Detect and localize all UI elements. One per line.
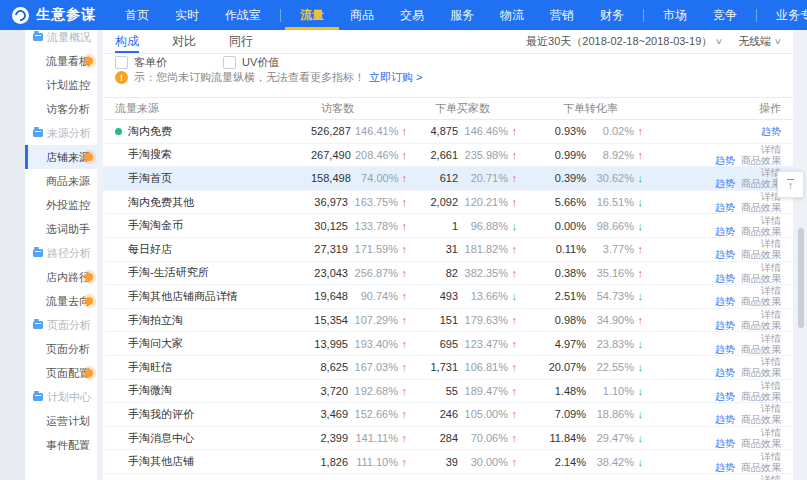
sidebar-menu: 流量概况 流量看板 计划监控 访客分析: [25, 30, 97, 457]
sidebar-item[interactable]: 事件配置: [25, 433, 97, 457]
nav-item[interactable]: [280, 9, 281, 22]
detail-link[interactable]: 详情: [761, 333, 781, 344]
trend-link[interactable]: 趋势: [715, 391, 735, 402]
nav-item[interactable]: 首页: [112, 0, 162, 30]
detail-link[interactable]: 详情: [761, 262, 781, 273]
nav-item[interactable]: [756, 9, 757, 22]
product-effect-link[interactable]: 商品效果: [741, 249, 781, 260]
nav-item[interactable]: 市场: [650, 0, 700, 30]
tab[interactable]: 对比: [172, 30, 196, 53]
conversion-cell: 7.09% 18.86% ↓: [517, 408, 643, 420]
detail-link[interactable]: 详情: [761, 380, 781, 391]
product-effect-link[interactable]: 商品效果: [741, 296, 781, 307]
tab[interactable]: 同行: [229, 30, 253, 53]
trend-link[interactable]: 趋势: [715, 344, 735, 355]
nav-item[interactable]: [643, 9, 644, 22]
trend-link[interactable]: 趋势: [715, 367, 735, 378]
notification-dot-badge: [85, 153, 93, 161]
sidebar-item[interactable]: 商品来源: [25, 169, 97, 193]
nav-item[interactable]: 营销: [537, 0, 587, 30]
product-effect-link[interactable]: 商品效果: [741, 367, 781, 378]
detail-link[interactable]: 详情: [761, 403, 781, 414]
nav-item[interactable]: 竞争: [700, 0, 750, 30]
product-effect-link[interactable]: 商品效果: [741, 155, 781, 166]
product-effect-link[interactable]: 商品效果: [741, 320, 781, 331]
sidebar-item[interactable]: 计划中心: [25, 385, 97, 409]
source-name-cell: 手淘旺信: [115, 360, 311, 375]
metric-checkbox[interactable]: UV价值: [223, 55, 279, 70]
detail-link[interactable]: 详情: [761, 238, 781, 249]
product-effect-link[interactable]: 商品效果: [741, 344, 781, 355]
trend-link[interactable]: 趋势: [715, 320, 735, 331]
metric-checkbox[interactable]: 客单价: [115, 55, 167, 70]
trend-link[interactable]: 趋势: [715, 202, 735, 213]
sidebar-item[interactable]: 路径分析: [25, 241, 97, 265]
subscribe-now-link[interactable]: 立即订购 >: [369, 70, 422, 85]
product-effect-link[interactable]: 商品效果: [741, 414, 781, 425]
trend-link[interactable]: 趋势: [715, 226, 735, 237]
sidebar-item[interactable]: 店内路径: [25, 265, 97, 289]
buyers-value: 612: [407, 172, 458, 184]
sidebar-item[interactable]: 页面分析: [25, 313, 97, 337]
trend-link[interactable]: 趋势: [715, 273, 735, 284]
product-effect-link[interactable]: 商品效果: [741, 178, 781, 189]
sidebar-item[interactable]: 流量概况: [25, 30, 97, 49]
detail-link[interactable]: 详情: [761, 474, 781, 480]
vertical-scrollbar-thumb[interactable]: [798, 228, 804, 328]
trend-link[interactable]: 趋势: [715, 296, 735, 307]
product-effect-link[interactable]: 商品效果: [741, 462, 781, 473]
product-effect-link[interactable]: 商品效果: [741, 273, 781, 284]
trend-link[interactable]: 趋势: [715, 155, 735, 166]
nav-item[interactable]: 实时: [162, 0, 212, 30]
product-effect-link[interactable]: 商品效果: [741, 438, 781, 449]
sidebar-item[interactable]: 流量看板: [25, 49, 97, 73]
visitors-cell: 1,826 111.10% ↑: [311, 456, 407, 468]
sidebar-item-label: 访客分析: [46, 102, 90, 117]
sidebar-item[interactable]: 流量去向: [25, 289, 97, 313]
sidebar-item[interactable]: 来源分析: [25, 121, 97, 145]
app-logo[interactable]: 生意参谋: [0, 6, 112, 24]
tab[interactable]: 构成: [115, 30, 139, 53]
trend-arrow-icon: ↑: [508, 125, 517, 137]
nav-item[interactable]: 服务: [437, 0, 487, 30]
sidebar-item[interactable]: 店铺来源: [25, 145, 97, 169]
visitors-change: 107.29%: [348, 314, 398, 326]
product-effect-link[interactable]: 商品效果: [741, 391, 781, 402]
nav-item[interactable]: 财务: [587, 0, 637, 30]
detail-link[interactable]: 详情: [761, 309, 781, 320]
trend-link[interactable]: 趋势: [715, 414, 735, 425]
nav-item[interactable]: 流量: [287, 0, 337, 30]
sidebar-item[interactable]: 页面配置: [25, 361, 97, 385]
sidebar-item[interactable]: 访客分析: [25, 97, 97, 121]
detail-link[interactable]: 详情: [761, 144, 781, 155]
trend-link[interactable]: 趋势: [761, 126, 781, 137]
sidebar-item[interactable]: 选词助手: [25, 217, 97, 241]
product-effect-link[interactable]: 商品效果: [741, 226, 781, 237]
nav-item[interactable]: 物流: [487, 0, 537, 30]
trend-link[interactable]: 趋势: [715, 178, 735, 189]
nav-item[interactable]: 商品: [337, 0, 387, 30]
trend-link[interactable]: 趋势: [715, 249, 735, 260]
trend-link[interactable]: 趋势: [715, 462, 735, 473]
terminal-selector[interactable]: 无线端 ∨: [738, 34, 781, 49]
detail-link[interactable]: 详情: [761, 451, 781, 462]
trend-arrow-icon: ↑: [398, 172, 407, 184]
product-effect-link[interactable]: 商品效果: [741, 202, 781, 213]
detail-link[interactable]: 详情: [761, 356, 781, 367]
trend-link[interactable]: 趋势: [715, 438, 735, 449]
sidebar-item[interactable]: 页面分析: [25, 337, 97, 361]
sidebar-item[interactable]: 运营计划: [25, 409, 97, 433]
trend-arrow-icon: ↑: [398, 220, 407, 232]
date-range-picker[interactable]: 最近30天（2018-02-18~2018-03-19） ∨: [526, 34, 722, 49]
source-name: 手淘拍立淘: [128, 313, 183, 328]
nav-item[interactable]: 作战室: [212, 0, 274, 30]
sidebar-item[interactable]: 计划监控: [25, 73, 97, 97]
exclamation-circle-icon: !: [115, 71, 128, 84]
detail-link[interactable]: 详情: [761, 285, 781, 296]
sidebar-item[interactable]: 外投监控: [25, 193, 97, 217]
detail-link[interactable]: 详情: [761, 427, 781, 438]
nav-item[interactable]: 交易: [387, 0, 437, 30]
nav-item[interactable]: 业务专区: [763, 0, 807, 30]
detail-link[interactable]: 详情: [761, 215, 781, 226]
back-to-top-button[interactable]: ↑: [777, 171, 804, 198]
